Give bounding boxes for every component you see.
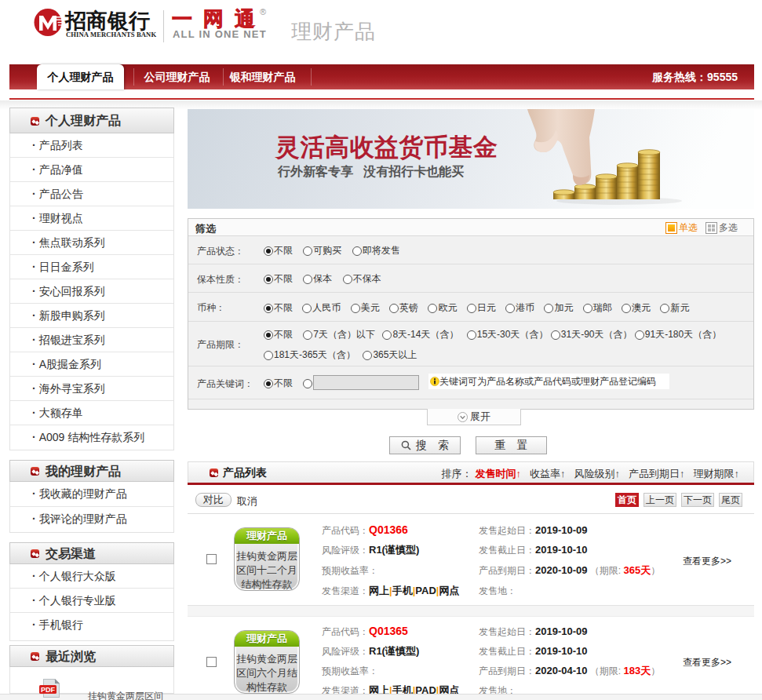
svg-text:PDF: PDF: [41, 686, 56, 694]
